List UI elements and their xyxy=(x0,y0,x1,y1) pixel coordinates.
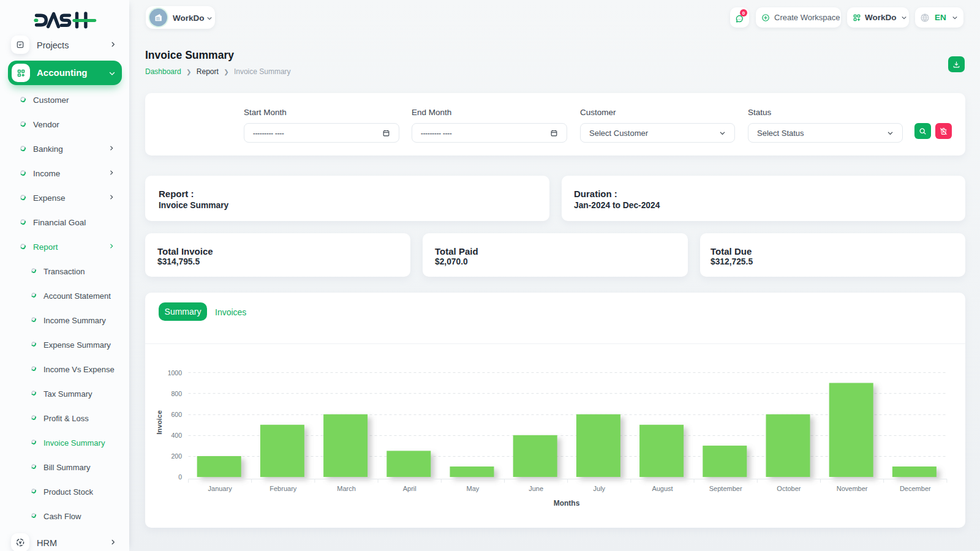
svg-text:April: April xyxy=(403,485,417,492)
svg-text:200: 200 xyxy=(171,452,182,460)
svg-text:January: January xyxy=(208,485,233,492)
svg-text:400: 400 xyxy=(171,432,182,439)
svg-text:800: 800 xyxy=(171,390,182,397)
svg-text:Months: Months xyxy=(554,499,580,508)
svg-text:November: November xyxy=(837,485,868,492)
svg-text:0: 0 xyxy=(178,473,182,481)
svg-text:September: September xyxy=(709,485,742,492)
svg-text:August: August xyxy=(652,485,673,492)
svg-text:June: June xyxy=(529,485,543,492)
svg-text:December: December xyxy=(900,485,931,492)
svg-text:May: May xyxy=(467,485,480,492)
svg-text:600: 600 xyxy=(171,411,182,418)
svg-text:1000: 1000 xyxy=(168,369,183,377)
svg-text:March: March xyxy=(337,485,356,492)
svg-text:February: February xyxy=(270,485,297,492)
svg-text:July: July xyxy=(594,485,606,492)
svg-text:Invoice: Invoice xyxy=(156,410,163,435)
svg-text:October: October xyxy=(777,485,801,492)
